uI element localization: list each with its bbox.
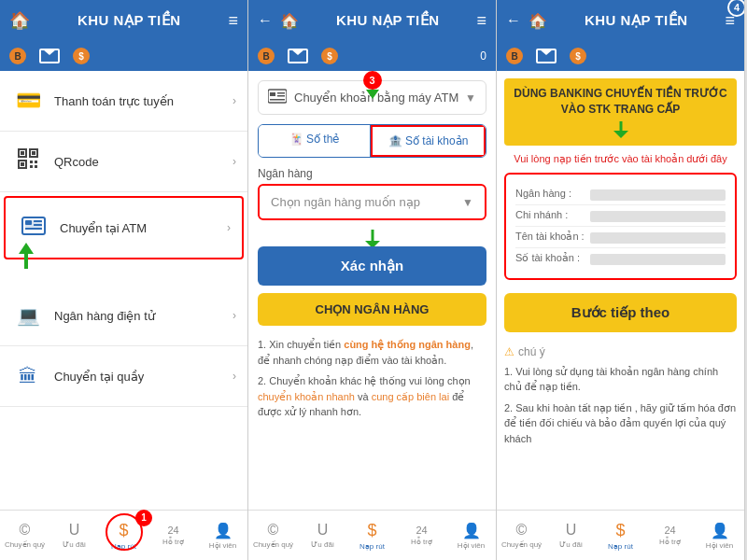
nav-chuyen-quy-3[interactable]: © Chuyến quý <box>497 518 546 553</box>
bottom-nav-1: © Chuyến quý U Ưu đãi $ Nạp rút 1 24 Hỗ … <box>0 510 247 560</box>
arrow-icon-1: › <box>233 155 236 168</box>
nav-icon-ud-3: U <box>566 522 577 539</box>
nav-icon-ht-1: 24 <box>167 525 178 536</box>
menu-icon-1[interactable]: ≡ <box>228 11 238 31</box>
nav-icon-ht-2: 24 <box>416 525 427 536</box>
nav-ho-tro-2[interactable]: 24 Hỗ trợ <box>397 521 446 550</box>
select-bank-dropdown[interactable]: Chọn ngân hàng muốn nạp ▼ <box>258 184 486 220</box>
nav-icon-cq-3: © <box>516 522 528 539</box>
nav-icon-cq-1: © <box>20 522 31 539</box>
next-step-button[interactable]: Bước tiếp theo <box>504 293 737 332</box>
header-3: ← 🏠 KHU NẠP TIỀN ≡ 4 <box>497 0 744 41</box>
arrow-icon-3: › <box>233 309 236 322</box>
info-value-chi-nhanh <box>590 211 726 222</box>
info-box: Ngân hàng : Chi nhánh : Tên tài khoản : … <box>504 173 737 280</box>
home-icon-1[interactable]: 🏠 <box>9 10 30 31</box>
panel3-content: DÙNG BANKING CHUYẾN TIỀN TRƯỚC VÀO STK T… <box>497 71 744 510</box>
atm-dropdown-icon <box>268 89 287 106</box>
tab-so-the[interactable]: 🃏 Số thẻ <box>259 125 370 157</box>
step4-badge: 4 <box>727 0 745 17</box>
header-2: ← 🏠 KHU NẠP TIỀN ≡ <box>248 0 496 41</box>
header-1: 🏠 KHU NẠP TIỀN ≡ <box>0 0 247 41</box>
nav-nap-rut-2[interactable]: $ Nạp rút <box>347 517 397 554</box>
nav-chuyen-quy-2[interactable]: © Chuyến quý <box>248 518 298 553</box>
atm-dropdown-row: Chuyển khoản bằng máy ATM ▼ 3 <box>258 80 486 115</box>
select-bank-button[interactable]: CHỌN NGÂN HÀNG <box>258 293 486 326</box>
note2-link2[interactable]: cung cấp biên lai <box>372 391 449 402</box>
select-bank-arrow-icon: ▼ <box>462 196 473 209</box>
bank-icon: 🏦 <box>388 134 405 147</box>
nav-ho-tro-3[interactable]: 24 Hỗ trợ <box>645 521 695 550</box>
menu-item-qrcode[interactable]: QRcode › <box>0 132 247 192</box>
nav-ho-tro-1[interactable]: 24 Hỗ trợ <box>148 521 198 550</box>
nav-nap-rut-1[interactable]: $ Nạp rút 1 <box>99 517 148 554</box>
warning-icon: ⚠ <box>504 345 514 358</box>
page-title-2: KHU NẠP TIỀN <box>336 12 440 29</box>
info-value-so-tk <box>590 254 726 265</box>
balance-2: 0 <box>480 49 486 63</box>
info-hint: Vui lòng nạp tiền trước vào tài khoản dư… <box>504 153 737 165</box>
nav-hoi-vien-2[interactable]: 👤 Hội viên <box>446 518 496 553</box>
nav-icon-ud-2: U <box>317 522 329 539</box>
b-icon-3: B <box>506 48 523 64</box>
step3-badge: 3 <box>363 71 382 90</box>
nav-uu-dai-1[interactable]: U Ưu đãi <box>49 518 99 553</box>
nav-nap-rut-3[interactable]: $ Nạp rút <box>596 517 645 554</box>
nav-chuyen-quy-1[interactable]: © Chuyến quý <box>0 518 49 553</box>
notice-section: ⚠ chú ý 1. Vui lòng sử dụng tài khoản ng… <box>497 338 744 460</box>
notes-section: 1. Xin chuyển tiền cùng hệ thống ngân hà… <box>258 337 486 420</box>
nav-icon-hv-3: 👤 <box>711 522 729 539</box>
arrow-icon-2: › <box>227 221 231 234</box>
ngan-hang-label: Ngân hàng <box>258 167 486 180</box>
nav-uu-dai-3[interactable]: U Ưu đãi <box>546 518 596 553</box>
menu-item-quay[interactable]: 🏛 Chuyển tại quầy › <box>0 346 247 407</box>
svg-rect-6 <box>30 161 33 163</box>
status-bar-1: B $ <box>0 41 247 71</box>
notice-title-row: ⚠ chú ý <box>504 345 737 358</box>
menu-item-ngan-hang[interactable]: 💻 Ngân hàng điện tử › <box>0 286 247 346</box>
notice-item-1: 1. Vui lòng sử dụng tài khoản ngân hàng … <box>504 364 737 395</box>
back-icon-2[interactable]: ← <box>258 12 273 29</box>
svg-rect-5 <box>21 162 24 166</box>
svg-rect-15 <box>25 228 42 230</box>
panel-3: ← 🏠 KHU NẠP TIỀN ≡ 4 B $ DÙNG BANKING CH… <box>497 0 745 560</box>
notice-item-2: 2. Sau khi hoàn tất nạp tiền , hãy giữ t… <box>504 400 737 447</box>
nav-icon-ht-3: 24 <box>664 525 675 536</box>
nav-icon-cq-2: © <box>268 522 279 539</box>
home-icon-2[interactable]: 🏠 <box>280 12 299 30</box>
status-bar-3: B $ <box>497 41 744 71</box>
svg-marker-24 <box>613 131 628 138</box>
svg-rect-20 <box>270 99 285 101</box>
arrow-icon-4: › <box>233 370 236 383</box>
confirm-button[interactable]: Xác nhận <box>258 246 486 286</box>
coin-icon-3: $ <box>570 48 586 64</box>
nav-icon-nr-3: $ <box>615 521 625 540</box>
nav-hoi-vien-1[interactable]: 👤 Hội viên <box>198 518 247 553</box>
menu-item-thanh-toan[interactable]: 💳 Thanh toán trực tuyến › <box>0 71 247 132</box>
note2-link1[interactable]: chuyển khoản nhanh <box>258 391 355 402</box>
menu-icon-2[interactable]: ≡ <box>476 11 486 31</box>
tab-so-tk[interactable]: 🏦 Số tài khoản <box>371 125 486 157</box>
home-icon-3[interactable]: 🏠 <box>529 12 547 30</box>
nav-icon-ud-1: U <box>69 522 80 539</box>
svg-rect-1 <box>21 151 24 155</box>
info-value-ten-tk <box>590 232 726 244</box>
svg-rect-8 <box>30 165 33 168</box>
menu-item-atm[interactable]: Chuyển tại ATM › <box>4 196 244 259</box>
status-bar-2: B $ 0 <box>248 41 496 71</box>
note2: 2. Chuyển khoản khác hệ thống vui lòng c… <box>258 373 486 420</box>
svg-rect-9 <box>35 165 37 168</box>
back-icon-3[interactable]: ← <box>506 12 521 29</box>
coin-icon-2: $ <box>321 48 338 64</box>
nav-hoi-vien-3[interactable]: 👤 Hội viên <box>695 518 744 553</box>
msg-icon-2 <box>288 49 308 63</box>
dropdown-arrow-icon: ▼ <box>465 91 476 105</box>
info-row-so-tk: Số tài khoản : <box>515 248 726 269</box>
svg-rect-13 <box>34 220 42 222</box>
nav-icon-nr-2: $ <box>367 521 376 540</box>
info-row-ten-tk: Tên tài khoản : <box>515 227 726 248</box>
arrow-down-indicator <box>258 230 486 248</box>
nav-uu-dai-2[interactable]: U Ưu đãi <box>298 518 347 553</box>
b-icon-1: B <box>9 48 26 64</box>
msg-icon-1 <box>39 49 60 63</box>
